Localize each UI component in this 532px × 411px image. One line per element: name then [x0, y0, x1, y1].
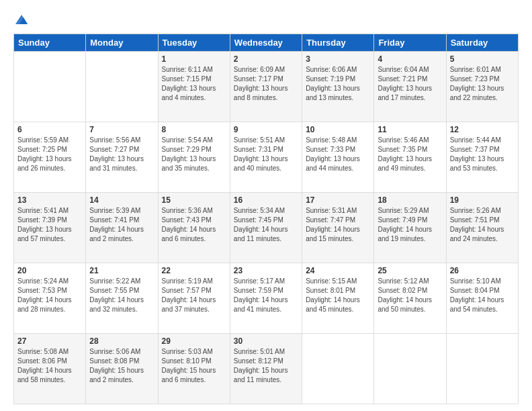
day-info: Sunrise: 5:12 AM Sunset: 8:02 PM Dayligh…: [378, 277, 442, 314]
calendar-cell: 28Sunrise: 5:06 AM Sunset: 8:08 PM Dayli…: [86, 334, 158, 404]
calendar-cell: 19Sunrise: 5:26 AM Sunset: 7:51 PM Dayli…: [446, 193, 518, 263]
calendar-cell: 21Sunrise: 5:22 AM Sunset: 7:55 PM Dayli…: [86, 263, 158, 334]
day-number: 29: [162, 336, 226, 346]
week-row-1: 1Sunrise: 6:11 AM Sunset: 7:15 PM Daylig…: [14, 52, 519, 122]
day-info: Sunrise: 5:34 AM Sunset: 7:45 PM Dayligh…: [234, 206, 298, 244]
logo-icon: [14, 12, 29, 27]
calendar-cell: [446, 334, 518, 404]
weekday-tuesday: Tuesday: [158, 34, 230, 52]
calendar-cell: 10Sunrise: 5:48 AM Sunset: 7:33 PM Dayli…: [302, 122, 374, 193]
day-info: Sunrise: 5:54 AM Sunset: 7:29 PM Dayligh…: [162, 136, 226, 173]
day-info: Sunrise: 6:06 AM Sunset: 7:19 PM Dayligh…: [306, 65, 370, 103]
calendar-cell: 20Sunrise: 5:24 AM Sunset: 7:53 PM Dayli…: [14, 263, 86, 334]
day-number: 3: [306, 54, 370, 64]
page: SundayMondayTuesdayWednesdayThursdayFrid…: [0, 0, 532, 411]
logo-text: [13, 12, 30, 27]
day-number: 30: [234, 336, 298, 346]
day-number: 2: [234, 54, 298, 64]
day-number: 5: [450, 54, 515, 64]
calendar-cell: 9Sunrise: 5:51 AM Sunset: 7:31 PM Daylig…: [230, 122, 302, 193]
day-number: 22: [162, 266, 226, 275]
logo: [13, 12, 30, 27]
calendar-cell: 26Sunrise: 5:10 AM Sunset: 8:04 PM Dayli…: [446, 263, 518, 334]
day-info: Sunrise: 6:04 AM Sunset: 7:21 PM Dayligh…: [378, 65, 442, 103]
calendar-table: SundayMondayTuesdayWednesdayThursdayFrid…: [13, 34, 519, 404]
day-info: Sunrise: 5:29 AM Sunset: 7:49 PM Dayligh…: [378, 206, 442, 244]
day-number: 11: [378, 125, 442, 134]
calendar-cell: 29Sunrise: 5:03 AM Sunset: 8:10 PM Dayli…: [158, 334, 230, 404]
day-info: Sunrise: 5:15 AM Sunset: 8:01 PM Dayligh…: [306, 277, 370, 314]
weekday-friday: Friday: [374, 34, 446, 52]
day-number: 14: [89, 195, 154, 205]
weekday-header-row: SundayMondayTuesdayWednesdayThursdayFrid…: [14, 34, 519, 52]
calendar-cell: 3Sunrise: 6:06 AM Sunset: 7:19 PM Daylig…: [302, 52, 374, 122]
week-row-3: 13Sunrise: 5:41 AM Sunset: 7:39 PM Dayli…: [14, 193, 519, 263]
day-number: 25: [378, 266, 442, 275]
day-number: 4: [378, 54, 442, 64]
weekday-wednesday: Wednesday: [230, 34, 302, 52]
week-row-5: 27Sunrise: 5:08 AM Sunset: 8:06 PM Dayli…: [14, 334, 519, 404]
calendar-cell: [86, 52, 158, 122]
calendar-cell: [374, 334, 446, 404]
calendar-cell: 4Sunrise: 6:04 AM Sunset: 7:21 PM Daylig…: [374, 52, 446, 122]
day-info: Sunrise: 5:22 AM Sunset: 7:55 PM Dayligh…: [89, 277, 154, 314]
calendar-cell: 17Sunrise: 5:31 AM Sunset: 7:47 PM Dayli…: [302, 193, 374, 263]
day-info: Sunrise: 5:36 AM Sunset: 7:43 PM Dayligh…: [162, 206, 226, 244]
day-info: Sunrise: 5:51 AM Sunset: 7:31 PM Dayligh…: [234, 136, 298, 173]
day-number: 28: [89, 336, 154, 346]
day-number: 15: [162, 195, 226, 205]
day-info: Sunrise: 5:31 AM Sunset: 7:47 PM Dayligh…: [306, 206, 370, 244]
calendar-cell: [302, 334, 374, 404]
calendar-cell: 15Sunrise: 5:36 AM Sunset: 7:43 PM Dayli…: [158, 193, 230, 263]
calendar-cell: 23Sunrise: 5:17 AM Sunset: 7:59 PM Dayli…: [230, 263, 302, 334]
calendar-cell: 16Sunrise: 5:34 AM Sunset: 7:45 PM Dayli…: [230, 193, 302, 263]
day-number: 27: [17, 336, 82, 346]
calendar-cell: 30Sunrise: 5:01 AM Sunset: 8:12 PM Dayli…: [230, 334, 302, 404]
day-number: 17: [306, 195, 370, 205]
day-number: 23: [234, 266, 298, 275]
calendar-cell: 27Sunrise: 5:08 AM Sunset: 8:06 PM Dayli…: [14, 334, 86, 404]
weekday-saturday: Saturday: [446, 34, 518, 52]
calendar-cell: 7Sunrise: 5:56 AM Sunset: 7:27 PM Daylig…: [86, 122, 158, 193]
header: [13, 12, 519, 27]
day-number: 24: [306, 266, 370, 275]
week-row-4: 20Sunrise: 5:24 AM Sunset: 7:53 PM Dayli…: [14, 263, 519, 334]
day-number: 13: [17, 195, 82, 205]
day-info: Sunrise: 5:26 AM Sunset: 7:51 PM Dayligh…: [450, 206, 515, 244]
day-info: Sunrise: 5:46 AM Sunset: 7:35 PM Dayligh…: [378, 136, 442, 173]
calendar-cell: 13Sunrise: 5:41 AM Sunset: 7:39 PM Dayli…: [14, 193, 86, 263]
day-info: Sunrise: 5:39 AM Sunset: 7:41 PM Dayligh…: [89, 206, 154, 244]
day-number: 10: [306, 125, 370, 134]
calendar-cell: 18Sunrise: 5:29 AM Sunset: 7:49 PM Dayli…: [374, 193, 446, 263]
day-info: Sunrise: 5:17 AM Sunset: 7:59 PM Dayligh…: [234, 277, 298, 314]
day-info: Sunrise: 5:01 AM Sunset: 8:12 PM Dayligh…: [234, 347, 298, 385]
day-number: 9: [234, 125, 298, 134]
day-info: Sunrise: 5:10 AM Sunset: 8:04 PM Dayligh…: [450, 277, 515, 314]
day-info: Sunrise: 5:44 AM Sunset: 7:37 PM Dayligh…: [450, 136, 515, 173]
day-number: 20: [17, 266, 82, 275]
day-info: Sunrise: 5:48 AM Sunset: 7:33 PM Dayligh…: [306, 136, 370, 173]
day-info: Sunrise: 5:56 AM Sunset: 7:27 PM Dayligh…: [89, 136, 154, 173]
calendar-cell: 25Sunrise: 5:12 AM Sunset: 8:02 PM Dayli…: [374, 263, 446, 334]
day-info: Sunrise: 6:11 AM Sunset: 7:15 PM Dayligh…: [162, 65, 226, 103]
calendar-cell: 14Sunrise: 5:39 AM Sunset: 7:41 PM Dayli…: [86, 193, 158, 263]
day-number: 12: [450, 125, 515, 134]
calendar-cell: 5Sunrise: 6:01 AM Sunset: 7:23 PM Daylig…: [446, 52, 518, 122]
calendar-cell: [14, 52, 86, 122]
day-info: Sunrise: 6:01 AM Sunset: 7:23 PM Dayligh…: [450, 65, 515, 103]
calendar-cell: 12Sunrise: 5:44 AM Sunset: 7:37 PM Dayli…: [446, 122, 518, 193]
calendar-cell: 8Sunrise: 5:54 AM Sunset: 7:29 PM Daylig…: [158, 122, 230, 193]
day-number: 21: [89, 266, 154, 275]
calendar-cell: 22Sunrise: 5:19 AM Sunset: 7:57 PM Dayli…: [158, 263, 230, 334]
day-number: 7: [89, 125, 154, 134]
day-info: Sunrise: 5:41 AM Sunset: 7:39 PM Dayligh…: [17, 206, 82, 244]
day-number: 6: [17, 125, 82, 134]
day-info: Sunrise: 5:03 AM Sunset: 8:10 PM Dayligh…: [162, 347, 226, 385]
day-info: Sunrise: 5:06 AM Sunset: 8:08 PM Dayligh…: [89, 347, 154, 385]
calendar-cell: 6Sunrise: 5:59 AM Sunset: 7:25 PM Daylig…: [14, 122, 86, 193]
day-info: Sunrise: 5:24 AM Sunset: 7:53 PM Dayligh…: [17, 277, 82, 314]
day-number: 1: [162, 54, 226, 64]
day-number: 18: [378, 195, 442, 205]
day-number: 19: [450, 195, 515, 205]
day-info: Sunrise: 6:09 AM Sunset: 7:17 PM Dayligh…: [234, 65, 298, 103]
